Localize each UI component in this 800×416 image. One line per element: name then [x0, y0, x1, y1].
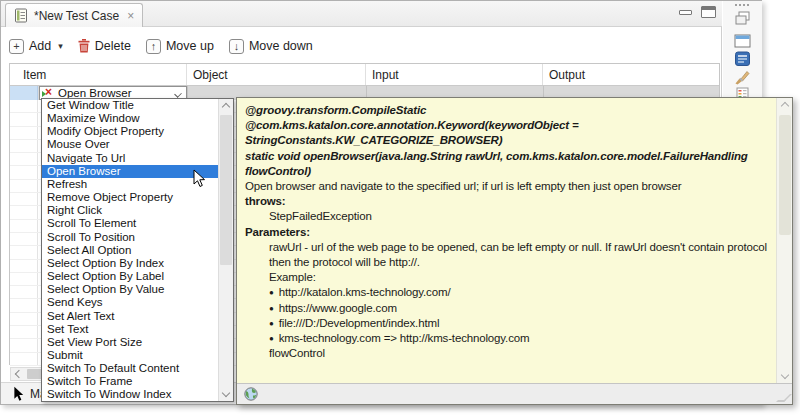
- annotation-line: @groovy.transform.CompileStatic: [245, 103, 770, 118]
- arrow-down-icon: ↓: [229, 39, 244, 54]
- plus-icon: +: [9, 39, 24, 54]
- bullet-icon: ●: [269, 334, 274, 343]
- test-case-icon: [14, 8, 29, 23]
- column-header-output[interactable]: Output: [543, 64, 719, 85]
- move-up-button-label: Move up: [166, 39, 214, 53]
- delete-button[interactable]: Delete: [78, 39, 131, 53]
- dropdown-item[interactable]: Select Option By Label: [42, 270, 218, 283]
- dropdown-item[interactable]: Remove Object Property: [42, 191, 218, 204]
- dropdown-item[interactable]: Set Text: [42, 323, 218, 336]
- dropdown-item[interactable]: Maximize Window: [42, 112, 218, 125]
- method-signature: static void openBrowser(java.lang.String…: [245, 149, 770, 179]
- steps-toolbar: + Add ▾ Delete ↑: [9, 34, 313, 58]
- move-up-button[interactable]: ↑ Move up: [146, 39, 214, 54]
- dropdown-item[interactable]: Modify Object Property: [42, 125, 218, 138]
- example-list: ●http://katalon.kms-technology.com/●http…: [269, 285, 770, 346]
- dropdown-item[interactable]: Scroll To Position: [42, 231, 218, 244]
- keyword-dropdown: Get Window TitleMaximize WindowModify Ob…: [41, 98, 234, 402]
- arrow-up-icon: ↑: [146, 39, 161, 54]
- dropdown-item[interactable]: Right Click: [42, 204, 218, 217]
- delete-button-label: Delete: [95, 39, 131, 53]
- bullet-icon: ●: [269, 288, 274, 297]
- grip-dots-icon: [735, 4, 737, 6]
- dropdown-item[interactable]: Switch To Frame: [42, 375, 218, 388]
- add-button[interactable]: + Add ▾: [9, 39, 63, 54]
- dropdown-scrollbar[interactable]: [218, 99, 233, 401]
- dropdown-item[interactable]: Switch To Default Content: [42, 362, 218, 375]
- tooltip-scrollbar-thumb[interactable]: [779, 115, 791, 235]
- minimize-icon[interactable]: [679, 10, 692, 15]
- example-label: Example:: [269, 270, 770, 285]
- keyword-description: Open browser and navigate to the specifi…: [245, 179, 770, 194]
- throws-value: StepFailedException: [269, 209, 770, 224]
- move-down-button[interactable]: ↓ Move down: [229, 39, 313, 54]
- example-item: ●http://katalon.kms-technology.com/: [269, 285, 770, 300]
- dropdown-item[interactable]: Navigate To Url: [42, 152, 218, 165]
- tooltip-statusbar: [237, 383, 792, 404]
- parameters-label: Parameters:: [245, 225, 770, 240]
- dropdown-item[interactable]: Refresh: [42, 178, 218, 191]
- add-button-label: Add: [29, 39, 51, 53]
- keyword-dropdown-list: Get Window TitleMaximize WindowModify Ob…: [42, 99, 218, 401]
- globe-icon: [244, 387, 258, 401]
- column-header-item[interactable]: Item: [10, 64, 187, 85]
- bullet-icon: ●: [269, 304, 274, 313]
- cursor-pointer-icon: [193, 169, 206, 188]
- column-header-input[interactable]: Input: [366, 64, 543, 85]
- scroll-down-icon[interactable]: [222, 389, 230, 397]
- dropdown-item[interactable]: Get Window Title: [42, 99, 218, 112]
- console-view-icon[interactable]: [734, 51, 751, 67]
- tab-title: *New Test Case: [34, 9, 119, 23]
- dropdown-item[interactable]: Scroll To Element: [42, 217, 218, 230]
- tooltip-scroll-up-icon[interactable]: [781, 102, 789, 110]
- tooltip-scroll-down-icon[interactable]: [781, 371, 789, 379]
- example-item: ●kms-technology.com => http://kms-techno…: [269, 331, 770, 346]
- app-canvas: *New Test Case × + Add ▾: [0, 0, 800, 416]
- resize-grip[interactable]: [776, 394, 792, 402]
- row-selector-cell[interactable]: [10, 86, 38, 100]
- restore-views-icon[interactable]: [734, 11, 751, 27]
- dropdown-item[interactable]: Send Keys: [42, 296, 218, 309]
- paintbrush-icon[interactable]: [734, 69, 751, 85]
- editor-tabbar: *New Test Case ×: [1, 1, 722, 27]
- move-down-button-label: Move down: [249, 39, 313, 53]
- scroll-up-icon[interactable]: [222, 103, 230, 111]
- param-description: rawUrl - url of the web page to be opene…: [269, 240, 770, 270]
- dropdown-item[interactable]: Select Option By Value: [42, 283, 218, 296]
- table-header-row: Item Object Input Output: [10, 64, 719, 86]
- cursor-arrow-icon: [13, 386, 25, 402]
- tooltip-body: @groovy.transform.CompileStatic @com.kms…: [237, 98, 776, 383]
- close-icon[interactable]: ×: [127, 9, 134, 23]
- add-dropdown-caret-icon[interactable]: ▾: [58, 41, 63, 51]
- column-header-object[interactable]: Object: [187, 64, 366, 85]
- dropdown-item[interactable]: Set View Port Size: [42, 336, 218, 349]
- dropdown-item[interactable]: Select All Option: [42, 244, 218, 257]
- dropdown-item[interactable]: Mouse Over: [42, 138, 218, 151]
- dropdown-item[interactable]: Select Option By Index: [42, 257, 218, 270]
- keyword-doc-tooltip: @groovy.transform.CompileStatic @com.kms…: [236, 97, 793, 405]
- tooltip-scrollbar[interactable]: [776, 98, 792, 383]
- example-item: ●file:///D:/Development/index.html: [269, 316, 770, 331]
- dropdown-scrollbar-thumb[interactable]: [220, 115, 232, 265]
- annotation-line: @com.kms.katalon.core.annotation.Keyword…: [245, 118, 770, 148]
- dropdown-item[interactable]: Open Browser: [42, 165, 218, 178]
- chevron-down-icon[interactable]: [174, 90, 182, 98]
- scroll-left-icon[interactable]: [11, 368, 26, 380]
- maximize-icon[interactable]: [701, 6, 716, 18]
- dropdown-item[interactable]: Submit: [42, 349, 218, 362]
- dropdown-item[interactable]: Switch To Window Index: [42, 388, 218, 401]
- browser-view-icon[interactable]: [734, 33, 751, 49]
- example-item: ●https://www.google.com: [269, 301, 770, 316]
- bullet-icon: ●: [269, 319, 274, 328]
- dropdown-item[interactable]: Set Alert Text: [42, 310, 218, 323]
- trash-icon: [78, 39, 90, 53]
- flow-control-param: flowControl: [269, 346, 770, 361]
- throws-label: throws:: [245, 194, 770, 209]
- tab-new-test-case[interactable]: *New Test Case ×: [5, 3, 143, 27]
